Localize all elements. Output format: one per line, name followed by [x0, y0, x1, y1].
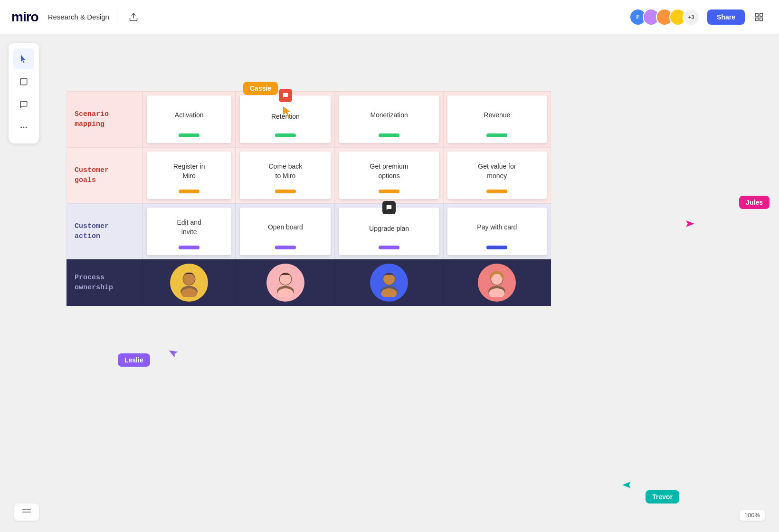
svg-marker-9	[283, 106, 291, 117]
card-bar	[379, 133, 399, 137]
owner-cell-4	[443, 259, 551, 306]
expand-sidebar-button[interactable]	[14, 504, 39, 521]
card-cell: Register inMiro	[142, 147, 236, 203]
menu-button[interactable]	[750, 9, 768, 26]
topbar-divider	[117, 10, 117, 24]
jules-cursor-label: Jules	[739, 196, 770, 209]
zoom-indicator: 100%	[740, 510, 765, 521]
svg-rect-5	[20, 78, 27, 85]
svg-rect-1	[756, 13, 759, 16]
card-text: Get premiumoptions	[370, 159, 408, 184]
owner-cell-1	[142, 259, 236, 306]
row-label-customer-goals: Customergoals	[66, 147, 142, 203]
card-bar	[486, 133, 507, 137]
card-open-board[interactable]: Open board	[240, 208, 331, 255]
card-premium[interactable]: Get premiumoptions	[339, 152, 438, 199]
card-text: Monetization	[370, 103, 408, 128]
card-revenue[interactable]: Revenue	[447, 95, 547, 143]
card-bar	[179, 190, 200, 193]
card-cell: Get value formoney	[443, 147, 551, 203]
board-title: Research & Design	[48, 13, 109, 21]
cassie-cursor-label: Cassie	[243, 82, 278, 95]
svg-point-7	[23, 127, 25, 128]
svg-point-15	[183, 274, 195, 285]
card-bar	[179, 133, 200, 137]
card-activation[interactable]: Activation	[147, 95, 231, 143]
card-monetization[interactable]: Monetization	[339, 95, 438, 143]
share-button[interactable]: Share	[707, 10, 745, 25]
card-pay-with-card[interactable]: Pay with card	[447, 208, 547, 255]
svg-marker-11	[167, 347, 178, 357]
card-cell: Pay with card	[443, 203, 551, 259]
card-bar	[486, 190, 507, 193]
topbar-right: F +3 Share	[629, 9, 768, 26]
board-container: Scenariomapping Activation	[66, 91, 551, 306]
customer-goals-row: Customergoals Register inMiro Come backt…	[66, 147, 551, 203]
sticky-note-tool[interactable]	[13, 71, 34, 92]
cursor-tool[interactable]	[13, 48, 34, 69]
card-bar	[179, 246, 200, 249]
svg-marker-10	[686, 220, 694, 227]
svg-point-6	[20, 127, 22, 128]
leslie-cursor-label: Leslie	[118, 353, 150, 367]
card-bar	[486, 246, 507, 249]
scenario-mapping-row: Scenariomapping Activation	[66, 91, 551, 147]
svg-rect-2	[760, 13, 763, 16]
logo: miro	[11, 10, 38, 25]
card-text: Open board	[268, 215, 303, 240]
card-cell: Come backto Miro	[236, 147, 335, 203]
card-value[interactable]: Get value formoney	[447, 152, 547, 199]
row-label-customer-action: Customeraction	[66, 203, 142, 259]
owner-cell-3	[335, 259, 443, 306]
card-text: Pay with card	[477, 215, 517, 240]
card-bar	[379, 190, 399, 193]
card-bar	[275, 190, 296, 193]
card-edit-invite[interactable]: Edit andinvite	[147, 208, 231, 255]
owner-avatar-3	[370, 264, 408, 302]
svg-rect-4	[756, 18, 759, 20]
more-tools[interactable]	[13, 117, 34, 138]
owner-cell-2	[236, 259, 335, 306]
card-text: Upgrade plan	[369, 218, 409, 240]
card-bar	[275, 133, 296, 137]
card-text: Activation	[175, 103, 204, 128]
card-cell: Monetization	[335, 91, 443, 147]
trevor-cursor-label: Trevor	[646, 490, 679, 504]
card-cell: Open board	[236, 203, 335, 259]
owner-avatar-4	[478, 264, 516, 302]
svg-marker-12	[622, 482, 631, 488]
card-cell: Revenue	[443, 91, 551, 147]
card-text: Edit andinvite	[177, 215, 201, 240]
left-sidebar	[9, 43, 39, 143]
card-bar	[275, 246, 296, 249]
comment-icon	[279, 89, 292, 102]
process-ownership-row: Processownership	[66, 259, 551, 306]
upload-button[interactable]	[125, 9, 142, 26]
row-label-process-ownership: Processownership	[66, 259, 142, 306]
card-cell: Upgrade plan	[335, 203, 443, 259]
card-text: Revenue	[484, 103, 510, 128]
card-register[interactable]: Register inMiro	[147, 152, 231, 199]
owner-avatar-1	[170, 264, 208, 302]
canvas: Cassie Jules Leslie Trevor Sc	[0, 34, 779, 532]
owner-avatar-2	[266, 264, 304, 302]
avatar-overflow[interactable]: +3	[683, 9, 700, 26]
scenario-table: Scenariomapping Activation	[66, 91, 551, 306]
card-cell: Get premiumoptions	[335, 147, 443, 203]
card-comeback[interactable]: Come backto Miro	[240, 152, 331, 199]
card-text: Get value formoney	[478, 159, 516, 184]
avatar-group: F +3	[629, 9, 700, 26]
card-cell: Edit andinvite	[142, 203, 236, 259]
comment-tool[interactable]	[13, 94, 34, 115]
topbar: miro Research & Design F +3 Share	[0, 0, 779, 34]
svg-point-8	[26, 127, 27, 128]
card-bar	[379, 246, 399, 249]
card-text: Register inMiro	[173, 159, 205, 184]
card-text: Come backto Miro	[269, 159, 303, 184]
card-cell: Activation	[142, 91, 236, 147]
comment-icon-dark	[382, 201, 396, 214]
row-label-scenario-mapping: Scenariomapping	[66, 91, 142, 147]
card-upgrade-plan[interactable]: Upgrade plan	[339, 208, 438, 255]
svg-rect-3	[760, 18, 763, 20]
customer-action-row: Customeraction Edit andinvite Open board	[66, 203, 551, 259]
